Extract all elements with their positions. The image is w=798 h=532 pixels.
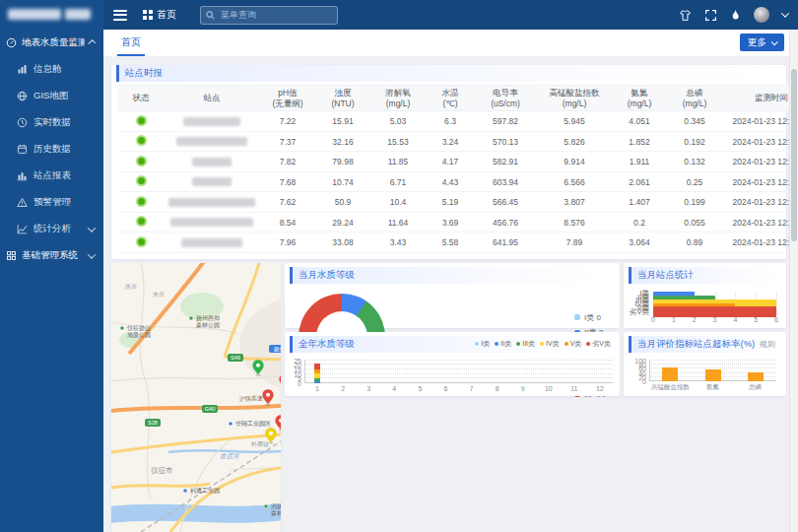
- table-row[interactable]: 7.6810.746.714.43603.946.5662.0610.25202…: [117, 171, 798, 192]
- legend-item[interactable]: II类: [495, 339, 511, 349]
- cell-value: 2024-01-23 12:00:00: [722, 152, 798, 172]
- sidebar-item-label: 实时数据: [33, 116, 71, 129]
- table-row[interactable]: 7.8279.9811.854.17582.919.9141.9110.1322…: [117, 152, 798, 172]
- stacked-bar-chart: 0510152025123456789101112: [285, 353, 620, 396]
- chevron-up-icon: [89, 39, 97, 47]
- cell-value: 0.192: [667, 131, 722, 152]
- status-dot: [136, 196, 147, 207]
- sidebar-item-realtime-data[interactable]: 实时数据: [0, 109, 103, 136]
- cell-value: 3.69: [427, 212, 474, 233]
- panel-monthly-water-grade: 当月水质等级 I类 0II类 2III类 3IV类 6V类 4劣V类 6: [285, 263, 620, 328]
- alert-icon: [17, 197, 28, 208]
- cell-value: 7.96: [259, 233, 316, 253]
- city-map[interactable]: 扬州站春江路G40S49S28G2沪陕高速京沪高速 扬州市江都区仪征市西庄朱庄朴…: [111, 263, 281, 532]
- cell-value: 5.58: [427, 233, 474, 253]
- legend-item[interactable]: 劣V类: [586, 339, 611, 349]
- cell-value: 3.064: [612, 233, 667, 253]
- cell-value: 1.852: [612, 131, 667, 152]
- map-label: 朱庄: [153, 291, 165, 298]
- tabbar: 首页 更多: [103, 30, 798, 57]
- donut-chart: I类 0II类 2III类 3IV类 6V类 4劣V类 6: [285, 284, 620, 328]
- sidebar-item-station-report[interactable]: 站点报表: [0, 163, 103, 189]
- theme-shirt-icon[interactable]: [679, 9, 692, 22]
- hamburger-menu-icon[interactable]: [113, 7, 127, 23]
- logo-blur: [65, 9, 91, 20]
- sidebar-item-statistics[interactable]: 统计分析: [0, 216, 103, 242]
- rules-link[interactable]: 规则: [760, 339, 775, 350]
- legend-item[interactable]: IV类: [540, 339, 560, 349]
- app-logo: [8, 9, 96, 20]
- station-name-redacted: [176, 137, 247, 146]
- table-row[interactable]: 7.6250.910.45.19566.453.8071.4070.199202…: [117, 192, 798, 213]
- status-dot: [136, 216, 147, 227]
- logo-blur: [8, 9, 61, 20]
- stacked-plot-area: 0510152025123456789101112: [304, 361, 613, 383]
- sidebar-item-base-management-system[interactable]: 基础管理系统: [0, 242, 103, 269]
- cell-value: 0.2: [612, 212, 667, 233]
- table-row[interactable]: 8.5429.2411.643.69456.768.5760.20.055202…: [117, 212, 798, 233]
- menu-search[interactable]: [200, 6, 338, 25]
- legend-item[interactable]: I类: [475, 339, 490, 349]
- search-icon: [206, 11, 215, 20]
- flame-icon[interactable]: [730, 9, 741, 22]
- column-header: 氨氮(mg/L): [612, 86, 667, 111]
- page-scrollbar-track[interactable]: [789, 30, 798, 532]
- table-row[interactable]: 7.3732.1615.533.24570.135.8261.8520.1922…: [117, 131, 798, 152]
- chevron-down-icon[interactable]: [781, 9, 789, 17]
- sidebar-item-history-data[interactable]: 历史数据: [0, 136, 103, 163]
- chevron-down-icon: [771, 38, 778, 45]
- cell-value: 5.945: [537, 111, 612, 132]
- station-name-redacted: [170, 218, 253, 227]
- sidebar-item-label: GIS地图: [33, 90, 68, 102]
- sidebar-item-info-hub[interactable]: 信息舱: [0, 56, 103, 83]
- sidebar-item-alert-management[interactable]: 预警管理: [0, 189, 103, 216]
- cell-value: 597.82: [474, 111, 537, 132]
- cell-value: 32.16: [316, 131, 369, 152]
- cell-value: 7.89: [537, 233, 612, 253]
- sidebar-item-gis-map[interactable]: GIS地图: [0, 83, 103, 109]
- cell-value: 11.85: [369, 152, 427, 172]
- table-row[interactable]: 7.2215.915.036.3597.825.9454.0510.345202…: [117, 111, 798, 132]
- cell-value: 1.911: [612, 152, 667, 172]
- road-badge: 扬州站: [274, 346, 281, 353]
- tab-home[interactable]: 首页: [117, 30, 145, 56]
- breadcrumb[interactable]: 首页: [143, 8, 176, 22]
- cell-value: 9.914: [537, 152, 612, 172]
- page-scrollbar-thumb[interactable]: [791, 69, 797, 241]
- map-label: 扬州西郊森林公园: [196, 315, 220, 329]
- cell-value: 582.91: [474, 152, 537, 172]
- panel-title-bar: 当月评价指标站点超标率(%) 规则: [629, 336, 781, 353]
- station-name-redacted: [192, 177, 232, 186]
- chevron-down-icon: [88, 250, 96, 258]
- cell-value: 2.061: [612, 171, 667, 192]
- road-badge: G40: [205, 406, 215, 412]
- column-header: pH值(无量纲): [259, 86, 316, 111]
- left-column: 当月水质等级 I类 0II类 2III类 3IV类 6V类 4劣V类 6 全年水…: [285, 263, 620, 396]
- road-badge: S28: [148, 420, 158, 426]
- sidebar-item-label: 站点报表: [33, 169, 71, 182]
- avatar[interactable]: [754, 7, 769, 23]
- map-label: 利通工业园: [189, 487, 220, 495]
- sidebar-item-label: 信息舱: [33, 63, 62, 76]
- info-hub-icon: [17, 64, 28, 75]
- stacked-legend: I类II类III类IV类V类劣V类: [475, 339, 611, 349]
- sidebar-item-label: 地表水质量监测系统: [22, 36, 85, 49]
- cell-value: 29.24: [316, 212, 369, 233]
- sidebar-item-label: 基础管理系统: [22, 249, 78, 262]
- more-button[interactable]: 更多: [740, 33, 784, 51]
- dashboard-grid: 当月水质等级 I类 0II类 2III类 3IV类 6V类 4劣V类 6 全年水…: [111, 263, 786, 532]
- map-label: 仪征市: [151, 466, 173, 475]
- breadcrumb-label: 首页: [157, 8, 176, 22]
- cell-value: 7.68: [259, 171, 316, 192]
- fullscreen-icon[interactable]: [704, 9, 717, 22]
- legend-item[interactable]: III类: [516, 339, 535, 349]
- sidebar-item-surface-water-system[interactable]: 地表水质量监测系统: [0, 30, 103, 56]
- cell-value: 10.4: [369, 192, 427, 213]
- search-input[interactable]: [219, 9, 321, 21]
- legend-item[interactable]: I类 0: [574, 312, 612, 323]
- hbar-plot-area: 0123456I类II类III类IV类V类劣V类: [653, 292, 776, 314]
- table-row[interactable]: 7.9633.083.435.58641.957.893.0640.892024…: [117, 233, 798, 253]
- legend-item[interactable]: V类: [565, 339, 582, 349]
- trend-line-icon: [17, 224, 28, 234]
- stacked-bar-segment: [314, 378, 320, 381]
